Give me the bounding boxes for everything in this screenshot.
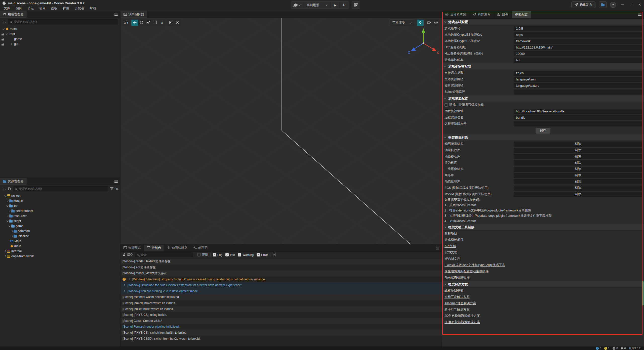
tab-属性检查器[interactable]: 属性检查器 — [442, 11, 470, 18]
minimize-button[interactable] — [619, 2, 625, 8]
chevron-down-icon[interactable] — [6, 221, 9, 222]
field-input[interactable]: zh,en — [514, 71, 642, 76]
sort-assets-button[interactable] — [8, 187, 11, 191]
menu-item[interactable]: 扩展 — [60, 6, 72, 11]
filter-assets-button[interactable] — [110, 187, 113, 191]
tab-assets[interactable]: 资源管理器 — [0, 178, 27, 185]
regex-checkbox[interactable]: 正则 — [197, 253, 208, 257]
asset-node[interactable]: script — [0, 218, 120, 224]
info-count[interactable]: i3 — [596, 347, 601, 350]
tab-构建发布[interactable]: 构建发布 — [470, 11, 494, 18]
section-header[interactable]: 框架解决方案 — [442, 281, 644, 288]
section-header[interactable]: 游戏多语言配置 — [442, 63, 644, 70]
open-project-folder-button[interactable] — [599, 2, 607, 8]
inspector-menu-icon[interactable] — [638, 14, 641, 16]
warning-count[interactable]: !1 — [604, 347, 610, 350]
refresh-assets-button[interactable]: ↻ — [115, 187, 118, 191]
section-header[interactable]: 游戏基础配置 — [442, 19, 644, 25]
doc-link[interactable]: 战棋游戏框架 — [445, 289, 463, 293]
build-publish-button[interactable]: 构建发布 — [571, 2, 595, 8]
help-button[interactable]: ? — [610, 2, 616, 8]
filter-warning-checkbox[interactable]: ✓Warning — [238, 253, 254, 257]
doc-link[interactable]: 游戏模板项目 — [445, 238, 463, 242]
doc-link[interactable]: Excel格式转Json文件与TypeScript代码工具 — [445, 263, 505, 267]
assets-menu-icon[interactable] — [114, 181, 118, 183]
preview-qr-button[interactable] — [352, 1, 360, 9]
strip-module-button[interactable]: 剔除 — [514, 154, 642, 159]
strip-module-button[interactable]: 剔除 — [514, 160, 642, 165]
asset-node[interactable]: main — [0, 244, 120, 249]
doc-link[interactable]: Tiledmap地图解决方案 — [445, 301, 476, 305]
hierarchy-node[interactable]: main — [0, 26, 120, 31]
console-search-input[interactable] — [135, 252, 193, 257]
asset-node[interactable]: libs — [0, 203, 120, 208]
field-input[interactable]: 60 — [514, 58, 642, 63]
log-row[interactable]: [Scene] Cocos Creator v3.8.2 — [120, 318, 442, 324]
field-input[interactable]: oops — [514, 32, 642, 37]
log-row[interactable]: ![Window] [Vue warn]: Property "onInput"… — [120, 276, 442, 282]
expand-chevron-icon[interactable] — [123, 290, 126, 292]
log-row[interactable]: [Window] Download the Vue Devtools exten… — [120, 282, 442, 288]
doc-link[interactable]: ECS文档 — [445, 250, 457, 255]
expand-chevron-icon[interactable] — [123, 284, 126, 286]
log-row[interactable]: [Scene] [PHYSICS]: switch from builtin t… — [120, 330, 442, 336]
move-tool-button[interactable] — [131, 20, 138, 26]
strip-module-button[interactable]: 剔除 — [514, 192, 642, 197]
strip-module-button[interactable]: 剔除 — [514, 167, 642, 172]
asset-node[interactable]: internal — [0, 249, 120, 254]
section-header[interactable]: 框架文档工具链接 — [442, 224, 644, 231]
rect-tool-button[interactable] — [152, 20, 158, 26]
coordinate-toggle-button[interactable] — [174, 20, 181, 26]
chevron-right-icon[interactable] — [6, 215, 9, 217]
menu-item[interactable]: 帮助 — [87, 6, 99, 11]
log-row[interactable]: [Scene] Forward render pipeline initiali… — [120, 324, 442, 330]
asset-node[interactable]: oops-framework — [0, 254, 120, 259]
camera-settings-button[interactable] — [426, 20, 432, 26]
tab-hierarchy[interactable]: 层级管理器 — [0, 11, 27, 18]
doc-link[interactable]: 原生包热更新配置自动生成插件 — [445, 269, 489, 274]
play-button[interactable]: ▶ — [331, 2, 340, 9]
chevron-right-icon[interactable] — [10, 235, 14, 237]
doc-link[interactable]: MVVM文档 — [445, 257, 460, 261]
close-button[interactable]: × — [637, 2, 642, 8]
tab-scene-editor[interactable]: 场景编辑器 — [120, 11, 147, 18]
log-file-button[interactable] — [273, 253, 275, 257]
maximize-button[interactable] — [628, 2, 634, 8]
scene-viewport[interactable]: Y X Z — [120, 18, 442, 244]
scale-tool-button[interactable] — [145, 20, 152, 26]
asset-node[interactable]: TSMain — [0, 239, 120, 244]
expand-chevron-icon[interactable] — [127, 279, 131, 280]
tab-资源预览[interactable]: 资源预览 — [120, 245, 144, 251]
chevron-down-icon[interactable] — [4, 196, 7, 196]
chevron-right-icon[interactable] — [6, 200, 9, 202]
pivot-toggle-button[interactable] — [167, 20, 174, 26]
create-node-button[interactable]: + — [2, 20, 6, 24]
asset-node[interactable]: game — [0, 224, 120, 229]
ui-transform-tool-button[interactable]: U — [158, 20, 165, 26]
field-input[interactable]: language/texture — [514, 83, 642, 88]
field-input[interactable]: language/json — [514, 77, 642, 82]
asset-node[interactable]: common — [0, 229, 120, 234]
doc-link[interactable]: 全栈开发解决方案 — [445, 295, 470, 299]
log-row[interactable]: [Window] model_view文件夹存在 — [120, 270, 442, 276]
view-mode-3d-button[interactable]: 3D — [123, 20, 129, 26]
asset-node[interactable]: bundle — [0, 198, 120, 203]
platform-select[interactable] — [291, 2, 304, 9]
strip-module-button[interactable]: 剔除 — [514, 173, 642, 178]
menu-item[interactable]: 面板 — [48, 6, 60, 11]
error-count[interactable]: ×0 — [613, 347, 618, 350]
doc-link[interactable]: 动画状态机编辑器 — [445, 276, 470, 280]
menu-item[interactable]: 开发者 — [72, 6, 87, 11]
log-row[interactable]: [Scene] [box2d]:box2d wasm lib loaded. — [120, 300, 442, 306]
tab-框架配置[interactable]: 框架配置 — [512, 11, 531, 18]
log-row[interactable]: [Window] render_texture文件夹存在 — [120, 258, 442, 265]
strip-module-button[interactable]: 剔除 — [514, 186, 642, 191]
strip-module-button[interactable]: 剔除 — [514, 142, 642, 147]
menu-item[interactable]: 文件 — [1, 6, 13, 11]
hierarchy-node[interactable]: gui — [0, 41, 120, 47]
log-row[interactable]: [Scene] meshopt wasm decoder initialized — [120, 294, 442, 300]
filter-info-checkbox[interactable]: ✓Info — [225, 253, 235, 257]
field-input[interactable]: 10000 — [514, 51, 642, 56]
strip-module-button[interactable]: 剔除 — [514, 148, 642, 153]
section-header[interactable]: 游戏资源配置 — [442, 95, 644, 102]
